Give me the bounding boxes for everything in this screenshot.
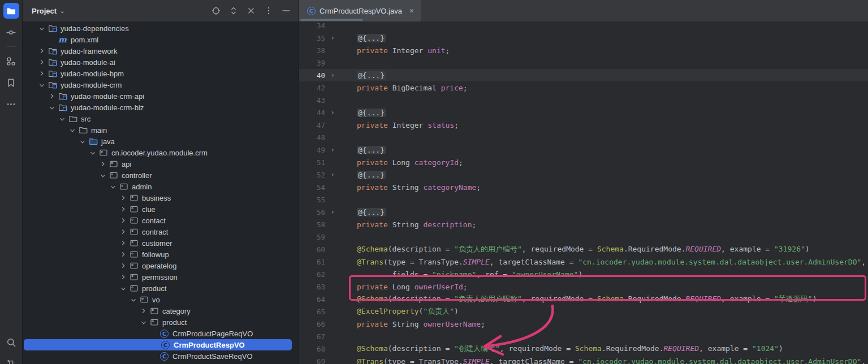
code-line-40[interactable]: 40›@{...} (299, 69, 868, 81)
chevron-right-icon[interactable] (118, 272, 129, 281)
tree-item-src[interactable]: src (23, 113, 299, 124)
code-line-63[interactable]: 63private Long ownerUserId; (299, 280, 868, 293)
close-icon[interactable]: × (409, 6, 414, 15)
chevron-down-icon[interactable] (138, 317, 149, 327)
locate-file-icon[interactable] (211, 6, 221, 15)
tree-item-yudao-module-bpm[interactable]: yudao-module-bpm (23, 68, 299, 79)
code-line-49[interactable]: 49›@{...} (299, 144, 868, 156)
tree-item-business[interactable]: business (23, 192, 299, 203)
fold-chevron-icon[interactable]: › (326, 146, 339, 154)
chevron-right-icon[interactable] (36, 46, 47, 55)
chevron-right-icon[interactable] (118, 216, 129, 225)
project-folder-icon[interactable] (3, 3, 19, 19)
chevron-down-icon[interactable] (77, 136, 88, 146)
code-line-65[interactable]: 65@ExcelProperty("负责人") (299, 305, 868, 318)
horizontal-scrollbar[interactable] (300, 19, 363, 21)
tree-item-crmproductrespvo[interactable]: CCrmProductRespVO (24, 339, 292, 350)
structure-icon[interactable] (3, 53, 19, 69)
code-area[interactable]: 3435›@{...}38private Integer unit;3940›@… (299, 21, 868, 364)
commit-icon[interactable] (3, 24, 19, 40)
chevron-right-icon[interactable] (46, 92, 58, 101)
code-line-52[interactable]: 52›@{...} (299, 168, 868, 181)
search-icon[interactable] (3, 335, 19, 350)
chevron-down-icon[interactable] (118, 283, 129, 293)
code-line-44[interactable]: 44›@{...} (299, 106, 868, 119)
tree-item-permission[interactable]: permission (23, 271, 299, 283)
chevron-down-icon[interactable] (46, 102, 58, 112)
tree-item-yudao-module-crm-api[interactable]: yudao-module-crm-api (23, 90, 299, 102)
tree-item-java[interactable]: java (23, 136, 299, 147)
tree-item-customer[interactable]: customer (23, 237, 299, 249)
tree-item-api[interactable]: api (23, 158, 299, 170)
chevron-right-icon[interactable] (118, 193, 129, 202)
tree-item-followup[interactable]: followup (23, 249, 299, 260)
collapse-all-icon[interactable] (247, 6, 256, 15)
code-line-42[interactable]: 42private BigDecimal price; (299, 81, 868, 94)
code-line-47[interactable]: 47private Integer status; (299, 119, 868, 131)
code-line-62[interactable]: 62 fields = "nickname", ref = "ownerUser… (299, 268, 868, 280)
code-line-48[interactable]: 48 (299, 131, 868, 144)
tree-item-category[interactable]: category (23, 305, 299, 317)
chevron-right-icon[interactable] (118, 205, 129, 214)
tree-item-contact[interactable]: contact (23, 215, 299, 226)
tree-item-main[interactable]: main (23, 124, 299, 136)
tree-item-cn-iocoder-yudao-module-crm[interactable]: cn.iocoder.yudao.module.crm (23, 147, 299, 158)
code-line-39[interactable]: 39 (299, 57, 868, 69)
chevron-right-icon[interactable] (118, 261, 129, 270)
tree-item-product[interactable]: product (23, 317, 299, 328)
more-tool-windows-icon[interactable] (3, 96, 19, 112)
code-line-60[interactable]: 60@Schema(description = "负责人的用户编号", requ… (299, 243, 868, 255)
code-line-38[interactable]: 38private Integer unit; (299, 44, 868, 57)
code-line-34[interactable]: 34 (299, 21, 868, 32)
code-line-58[interactable]: 58private String description; (299, 218, 868, 231)
tree-item-crmproductsavereqvo[interactable]: CCrmProductSaveReqVO (23, 350, 299, 362)
chevron-right-icon[interactable] (118, 227, 129, 236)
fold-chevron-icon[interactable]: › (326, 171, 339, 179)
expand-icon[interactable] (229, 6, 238, 15)
tree-item-contract[interactable]: contract (23, 226, 299, 237)
chevron-down-icon[interactable] (67, 125, 78, 135)
chevron-right-icon[interactable] (138, 306, 149, 315)
tree-item-yudao-module-crm[interactable]: yudao-module-crm (23, 79, 299, 90)
tree-item-admin[interactable]: admin (23, 181, 299, 192)
chevron-down-icon[interactable] (57, 114, 68, 124)
tree-item-clue[interactable]: clue (23, 203, 299, 215)
code-line-61[interactable]: 61@Trans(type = TransType.SIMPLE, target… (299, 255, 868, 268)
tree-item-operatelog[interactable]: operatelog (23, 260, 299, 271)
chevron-right-icon[interactable] (36, 69, 47, 78)
code-line-67[interactable]: 67 (299, 330, 868, 343)
panel-exit-icon[interactable] (3, 356, 19, 364)
code-line-35[interactable]: 35›@{...} (299, 32, 868, 44)
tree-item-controller[interactable]: controller (23, 170, 299, 181)
code-line-66[interactable]: 66private String ownerUserName; (299, 318, 868, 330)
chevron-down-icon[interactable] (128, 294, 139, 305)
tree-item-yudao-framework[interactable]: yudao-framework (23, 45, 299, 57)
chevron-right-icon[interactable] (118, 239, 129, 248)
tree-item-crmproductpagereqvo[interactable]: CCrmProductPageReqVO (23, 328, 299, 339)
code-line-55[interactable]: 55 (299, 193, 868, 206)
tree-item-yudao-dependencies[interactable]: yudao-dependencies (23, 23, 299, 34)
fold-chevron-icon[interactable]: › (326, 34, 339, 42)
tree-item-pom-xml[interactable]: mpom.xml (23, 34, 299, 45)
code-line-43[interactable]: 43 (299, 94, 868, 106)
chevron-down-icon[interactable] (36, 23, 47, 33)
code-line-68[interactable]: 68@Schema(description = "创建人编号", require… (299, 343, 868, 355)
project-panel-title[interactable]: Project ⌄ (32, 7, 64, 15)
chevron-right-icon[interactable] (97, 159, 109, 168)
chevron-down-icon[interactable] (87, 148, 98, 158)
tree-item-product[interactable]: product (23, 283, 299, 294)
chevron-right-icon[interactable] (36, 58, 47, 67)
more-options-icon[interactable] (264, 6, 273, 15)
code-line-59[interactable]: 59 (299, 231, 868, 243)
tree-item-yudao-module-ai[interactable]: yudao-module-ai (23, 57, 299, 68)
tree-item-vo[interactable]: vo (23, 294, 299, 305)
fold-chevron-icon[interactable]: › (326, 71, 339, 79)
code-line-69[interactable]: 69@Trans(type = TransType.SIMPLE, target… (299, 355, 868, 364)
tree-item-yudao-module-crm-biz[interactable]: yudao-module-crm-biz (23, 102, 299, 113)
chevron-down-icon[interactable] (36, 80, 47, 90)
fold-chevron-icon[interactable]: › (326, 109, 339, 116)
fold-chevron-icon[interactable]: › (326, 208, 339, 216)
chevron-down-icon[interactable] (107, 181, 119, 192)
code-line-64[interactable]: 64@Schema(description = "负责人的用户昵称", requ… (299, 293, 868, 305)
code-line-54[interactable]: 54private String categoryName; (299, 181, 868, 193)
